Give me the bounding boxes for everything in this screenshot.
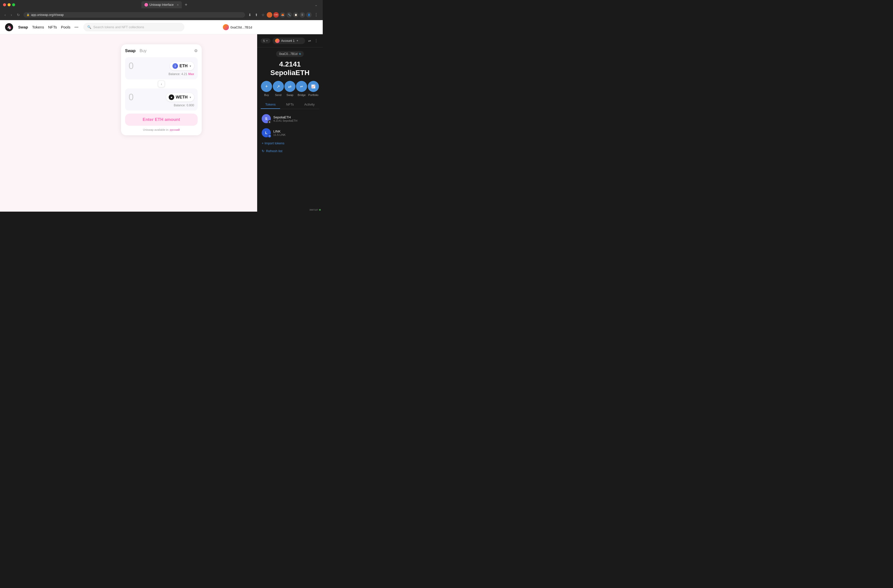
network-chevron: ▼ [266, 39, 268, 42]
tab-activity[interactable]: Activity [300, 100, 319, 109]
from-token-symbol: ETH [179, 64, 188, 68]
action-send[interactable]: ↗ Send [273, 81, 284, 96]
eth-icon: Ξ [173, 63, 178, 69]
nav-more[interactable]: ••• [74, 24, 78, 30]
settings-icon[interactable]: ⚙ [194, 48, 198, 53]
ens-display[interactable]: 0xaC0d...7B1d [223, 24, 252, 30]
window-controls[interactable]: ⌄ [315, 3, 320, 7]
from-amount[interactable]: 0 [129, 61, 134, 71]
enter-amount-button[interactable]: Enter ETH amount [125, 114, 198, 126]
browser-nav-icons: ⬇ ⬆ ☆ 0:50 🦊 🔧 📋 ☰ 👤 ⋮ [247, 11, 320, 18]
tab-nfts[interactable]: NFTs [280, 100, 299, 109]
title-bar: Uniswap Interface ✕ + ⌄ [0, 0, 323, 10]
to-token-chevron: ▼ [189, 96, 192, 99]
down-arrow-icon: ↓ [161, 82, 162, 86]
tab-swap[interactable]: Swap [125, 49, 136, 53]
weth-icon: ◆ [169, 94, 174, 100]
token-list: S $ SepoliaETH 4.2141 SepoliaETH L ⬡ [261, 112, 319, 140]
max-button[interactable]: Max [188, 72, 194, 76]
from-balance-label: Balance: [169, 72, 180, 76]
action-bridge[interactable]: ⇌ Bridge [296, 81, 307, 96]
extension-icon-2[interactable]: 🔧 [286, 12, 292, 18]
portfolio-icon: 📈 [308, 81, 319, 92]
sepoliaETH-info: SepoliaETH 4.2141 SepoliaETH [273, 116, 318, 122]
wallet-connect-icon[interactable]: ⇌ [307, 38, 312, 44]
refresh-list-button[interactable]: ↻ Refresh list [261, 147, 319, 155]
network-badge[interactable]: 5 ▼ [261, 38, 271, 44]
minimize-button[interactable] [8, 3, 11, 6]
swap-direction-button[interactable]: ↓ [158, 80, 165, 87]
refresh-button[interactable]: ↻ [15, 12, 21, 18]
tab-favicon [144, 3, 148, 6]
copy-icon[interactable]: ⧉ [299, 52, 301, 56]
sepoliaETH-symbol: S [265, 117, 267, 121]
from-token-row: 0 Ξ ETH ▼ [129, 61, 194, 71]
url-bar[interactable]: 🔒 app.uniswap.org/#/swap [23, 12, 245, 18]
to-balance-amount: 0.800 [186, 104, 194, 107]
tab-tokens[interactable]: Tokens [261, 100, 280, 109]
browser-tab[interactable]: Uniswap Interface ✕ [141, 1, 182, 8]
to-token-selector[interactable]: ◆ WETH ▼ [166, 93, 194, 102]
extension-icon-1[interactable]: 🦊 [280, 12, 286, 18]
account-name: Account 1 [281, 39, 295, 43]
nav-tokens[interactable]: Tokens [32, 24, 44, 30]
action-buy[interactable]: + Buy [261, 81, 272, 96]
to-token-input: 0 ◆ WETH ▼ Balance: 0.800 [125, 88, 198, 111]
back-button[interactable]: ‹ [3, 12, 7, 18]
portfolio-label: Portfolio [308, 93, 319, 96]
send-icon: ↗ [273, 81, 284, 92]
swap-card: Swap Buy ⚙ 0 Ξ ETH ▼ Balance: 4.21 Ma [121, 44, 202, 135]
more-options-button[interactable]: ⋮ [313, 11, 320, 18]
sepoliaETH-name: SepoliaETH [273, 116, 318, 119]
extension-icon-5[interactable]: 👤 [306, 12, 312, 18]
wallet-menu-button[interactable]: ⋮ [313, 37, 319, 44]
language-link[interactable]: русский [170, 128, 179, 131]
from-token-selector[interactable]: Ξ ETH ▼ [170, 62, 194, 70]
nav-pools[interactable]: Pools [61, 24, 71, 30]
action-swap[interactable]: ⇄ Swap [284, 81, 296, 96]
maximize-button[interactable] [12, 3, 15, 6]
status-indicator: 3997167 [309, 208, 321, 211]
link-amount: 11.5 LINK [273, 133, 318, 136]
forward-button[interactable]: › [9, 12, 14, 18]
bridge-icon: ⇌ [296, 81, 307, 92]
to-amount[interactable]: 0 [129, 92, 134, 102]
download-icon[interactable]: ⬇ [247, 12, 253, 18]
to-balance-label: Balance: [174, 104, 186, 107]
header-right: 0xaC0d...7B1d [223, 20, 255, 34]
token-item-sepoliaETH[interactable]: S $ SepoliaETH 4.2141 SepoliaETH [261, 112, 319, 125]
nav-swap[interactable]: Swap [18, 24, 28, 30]
close-button[interactable] [3, 3, 6, 6]
user-avatar-2[interactable]: 0:50 [273, 12, 279, 18]
action-portfolio[interactable]: 📈 Portfolio [308, 81, 319, 96]
bookmark-icon[interactable]: ☆ [260, 12, 266, 18]
from-balance-row: Balance: 4.21 Max [129, 72, 194, 76]
tab-buy[interactable]: Buy [140, 49, 147, 53]
account-selector[interactable]: Account 1 ▼ [272, 38, 305, 44]
nav-nfts[interactable]: NFTs [48, 24, 57, 30]
bridge-label: Bridge [298, 93, 305, 96]
new-tab-button[interactable]: + [184, 2, 189, 8]
import-tokens-link[interactable]: + Import tokens [261, 140, 319, 147]
search-placeholder: Search tokens and NFT collections [93, 25, 144, 29]
extension-icon-4[interactable]: ☰ [299, 12, 305, 18]
swap-tabs: Swap Buy ⚙ [125, 48, 198, 53]
share-icon[interactable]: ⬆ [254, 12, 259, 18]
link-name: LINK [273, 129, 318, 133]
account-avatar [275, 39, 280, 43]
from-balance-amount: 4.21 [181, 72, 187, 76]
search-bar[interactable]: 🔍 Search tokens and NFT collections [83, 23, 184, 31]
tab-close-button[interactable]: ✕ [177, 3, 179, 6]
user-avatar-1[interactable] [267, 12, 272, 18]
page: 🦄 Swap Tokens NFTs Pools ••• 🔍 Search to… [0, 20, 323, 212]
to-balance-row: Balance: 0.800 [129, 104, 194, 107]
to-token-symbol: WETH [176, 95, 188, 99]
send-label: Send [275, 93, 282, 96]
swap-icon: ⇄ [284, 81, 296, 92]
address-badge[interactable]: 0xaC0...7B1d ⧉ [276, 51, 304, 57]
token-item-link[interactable]: L ⬡ LINK 11.5 LINK [261, 126, 319, 140]
link-symbol: L [265, 131, 268, 135]
available-text: Uniswap available in: русский [125, 128, 198, 131]
swap-label: Swap [286, 93, 293, 96]
extension-icon-3[interactable]: 📋 [293, 12, 299, 18]
